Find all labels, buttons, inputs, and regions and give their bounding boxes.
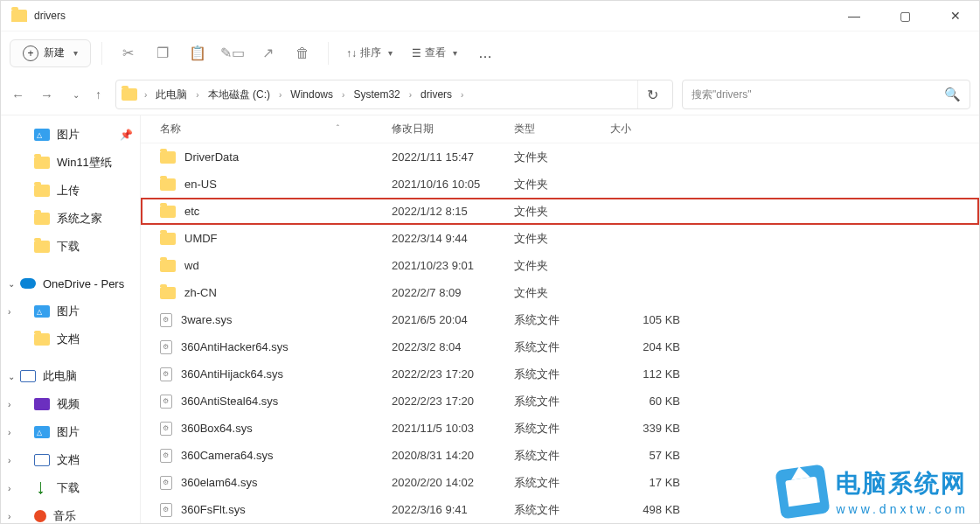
crumb-item[interactable]: 本地磁盘 (C:) [203, 87, 275, 102]
more-button[interactable]: … [469, 45, 501, 61]
doc-icon [34, 454, 50, 466]
table-row[interactable]: DriverData2022/1/11 15:47文件夹 [141, 143, 979, 171]
table-row[interactable]: 360AntiHacker64.sys2022/3/2 8:04系统文件204 … [141, 333, 979, 360]
chevron-right-icon: › [340, 90, 346, 100]
sidebar-item[interactable]: ⌄此电脑 [1, 362, 140, 390]
file-name: 360AntiHacker64.sys [181, 340, 288, 353]
crumb-item[interactable]: System32 [348, 88, 405, 101]
minimize-button[interactable]: — [838, 3, 871, 28]
crumb-item[interactable]: Windows [285, 88, 338, 101]
file-type: 文件夹 [514, 204, 610, 220]
sidebar-item[interactable]: 系统之家 [1, 205, 140, 233]
file-type: 文件夹 [514, 258, 610, 274]
breadcrumb[interactable]: › 此电脑 › 本地磁盘 (C:) › Windows › System32 ›… [115, 80, 673, 109]
file-modified: 2022/3/2 8:04 [392, 340, 514, 353]
table-row[interactable]: 360Camera64.sys2020/8/31 14:20系统文件57 KB [141, 442, 979, 469]
table-row[interactable]: 360elam64.sys2020/2/20 14:02系统文件17 KB [141, 469, 979, 496]
share-icon[interactable]: ↗ [253, 38, 282, 68]
up-button[interactable]: ↑ [95, 87, 101, 101]
file-name: zh-CN [184, 286, 217, 299]
sidebar-item[interactable]: 图片📌 [1, 121, 140, 149]
file-modified: 2022/3/16 9:41 [392, 503, 514, 516]
sidebar-item[interactable]: ›音乐 [1, 502, 140, 523]
folder-icon [160, 151, 176, 164]
table-row[interactable]: zh-CN2022/2/7 8:09文件夹 [141, 279, 979, 306]
column-modified[interactable]: 修改日期 [392, 122, 514, 136]
music-icon [34, 510, 46, 522]
file-size: 105 KB [610, 313, 689, 326]
crumb-item[interactable]: drivers [415, 88, 457, 101]
sort-dropdown[interactable]: ↑↓ 排序 ▾ [339, 45, 400, 60]
sort-icon: ↑↓ [346, 47, 357, 59]
column-name[interactable]: 名称 ˆ [160, 122, 392, 136]
file-type: 系统文件 [514, 502, 610, 518]
sidebar-item[interactable]: ⌄OneDrive - Pers [1, 269, 140, 297]
sidebar-item-label: 文档 [57, 332, 80, 347]
sysfile-icon [160, 422, 172, 436]
navrow: ← → ⌄ ↑ › 此电脑 › 本地磁盘 (C:) › Windows › Sy… [1, 74, 979, 115]
table-row[interactable]: 3ware.sys2021/6/5 20:04系统文件105 KB [141, 306, 979, 333]
expander-icon[interactable]: › [8, 400, 10, 409]
new-button[interactable]: + 新建 ▾ [10, 39, 91, 67]
expander-icon[interactable]: › [8, 512, 10, 521]
view-dropdown[interactable]: ☰ 查看 ▾ [405, 45, 464, 60]
column-size[interactable]: 大小 [610, 122, 689, 136]
refresh-button[interactable]: ↻ [637, 80, 667, 108]
table-row[interactable]: en-US2021/10/16 10:05文件夹 [141, 171, 979, 198]
file-type: 系统文件 [514, 312, 610, 328]
copy-icon[interactable]: ❐ [148, 38, 177, 68]
file-modified: 2021/10/16 10:05 [392, 178, 514, 191]
table-row[interactable]: etc2022/1/12 8:15文件夹 [141, 198, 979, 225]
paste-icon[interactable]: 📋 [183, 38, 212, 68]
toolbar: + 新建 ▾ ✂ ❐ 📋 ✎▭ ↗ 🗑 ↑↓ 排序 ▾ ☰ 查看 ▾ … [1, 31, 979, 74]
file-modified: 2022/1/12 8:15 [392, 205, 514, 218]
table-row[interactable]: 360FsFlt.sys2022/3/16 9:41系统文件498 KB [141, 496, 979, 523]
expander-icon[interactable]: › [8, 484, 10, 493]
rename-icon[interactable]: ✎▭ [218, 38, 247, 68]
titlebar-folder-icon [11, 10, 27, 22]
recent-button[interactable]: ⌄ [73, 90, 80, 100]
pic-icon [34, 426, 50, 438]
sidebar-item[interactable]: ›⭣下载 [1, 474, 140, 502]
sidebar-item[interactable]: 文档 [1, 325, 140, 353]
expander-icon[interactable]: › [8, 307, 10, 317]
forward-button[interactable]: → [40, 87, 53, 102]
table-row[interactable]: UMDF2022/3/14 9:44文件夹 [141, 225, 979, 252]
sysfile-icon [160, 340, 172, 354]
delete-icon[interactable]: 🗑 [288, 38, 317, 68]
sidebar-item-label: 此电脑 [43, 368, 77, 384]
table-row[interactable]: 360AntiSteal64.sys2022/2/23 17:20系统文件60 … [141, 388, 979, 415]
sidebar-item[interactable]: ›图片 [1, 418, 140, 446]
sort-indicator-icon: ˆ [337, 124, 339, 134]
sidebar-item[interactable]: 上传 [1, 177, 140, 205]
plus-icon: + [23, 45, 38, 61]
column-type[interactable]: 类型 [514, 122, 610, 136]
sidebar-item[interactable]: 下载 [1, 233, 140, 261]
close-button[interactable]: ✕ [939, 3, 972, 28]
expander-icon[interactable]: › [8, 428, 10, 437]
expander-icon[interactable]: › [8, 456, 10, 465]
sidebar-item[interactable]: Win11壁纸 [1, 149, 140, 177]
maximize-button[interactable]: ▢ [888, 3, 921, 28]
file-type: 系统文件 [514, 475, 610, 491]
table-row[interactable]: 360Box64.sys2021/11/5 10:03系统文件339 KB [141, 415, 979, 442]
cut-icon[interactable]: ✂ [113, 38, 142, 68]
file-type: 文件夹 [514, 177, 610, 192]
table-row[interactable]: 360AntiHijack64.sys2022/2/23 17:20系统文件11… [141, 360, 979, 388]
crumb-item[interactable]: 此电脑 [150, 87, 192, 102]
view-label: 查看 [425, 45, 446, 60]
expander-icon[interactable]: ⌄ [8, 279, 15, 289]
expander-icon[interactable]: ⌄ [8, 372, 15, 381]
file-modified: 2020/8/31 14:20 [392, 449, 514, 462]
sidebar-item[interactable]: ›文档 [1, 446, 140, 474]
sidebar-item[interactable]: ›视频 [1, 390, 140, 418]
file-type: 系统文件 [514, 421, 610, 437]
back-button[interactable]: ← [11, 87, 24, 102]
pin-icon: 📌 [120, 129, 133, 141]
file-name: 3ware.sys [181, 313, 233, 326]
table-row[interactable]: wd2021/10/23 9:01文件夹 [141, 252, 979, 279]
sidebar-item[interactable]: ›图片 [1, 297, 140, 325]
file-modified: 2021/10/23 9:01 [392, 259, 514, 272]
search-input[interactable]: 搜索"drivers" 🔍 [682, 80, 970, 109]
breadcrumb-folder-icon [122, 88, 137, 101]
